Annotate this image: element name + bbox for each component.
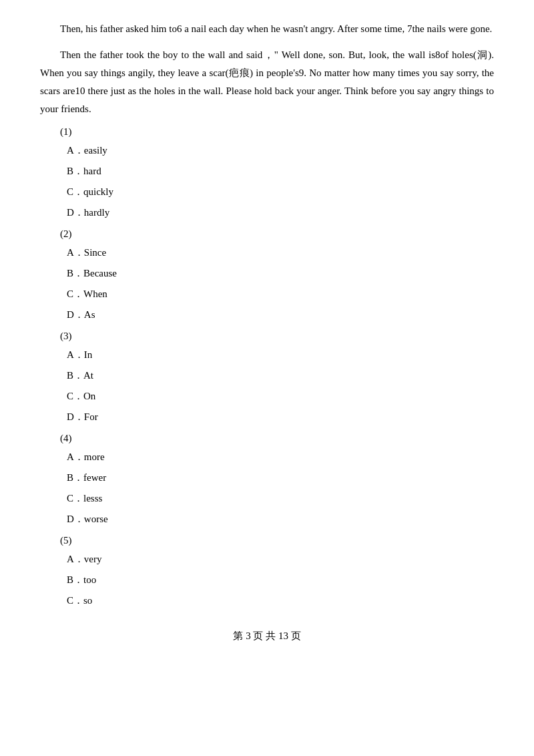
- question-1: (1) A．easily B．hard C．quickly D．hardly: [40, 126, 494, 222]
- option-4c: C．lesss: [67, 490, 494, 508]
- option-1b: B．hard: [67, 162, 494, 180]
- option-2d: D．As: [67, 306, 494, 324]
- page-footer: 第 3 页 共 13 页: [40, 630, 494, 642]
- question-number-1: (1): [60, 126, 494, 138]
- option-3c: C．On: [67, 387, 494, 405]
- option-1a: A．easily: [67, 142, 494, 160]
- option-2b: B．Because: [67, 264, 494, 282]
- option-5b: B．too: [67, 571, 494, 589]
- question-number-2: (2): [60, 228, 494, 240]
- option-4b: B．fewer: [67, 469, 494, 487]
- paragraph-2: Then the father took the boy to the wall…: [40, 46, 494, 118]
- content-area: Then, his father asked him to6 a nail ea…: [40, 20, 494, 642]
- option-4d: D．worse: [67, 510, 494, 528]
- option-5a: A．very: [67, 550, 494, 568]
- option-1c: C．quickly: [67, 183, 494, 201]
- option-3d: D．For: [67, 408, 494, 426]
- option-2c: C．When: [67, 285, 494, 303]
- question-number-5: (5): [60, 535, 494, 546]
- question-4: (4) A．more B．fewer C．lesss D．worse: [40, 433, 494, 528]
- question-3: (3) A．In B．At C．On D．For: [40, 331, 494, 426]
- option-3b: B．At: [67, 367, 494, 385]
- option-3a: A．In: [67, 346, 494, 364]
- option-1d: D．hardly: [67, 204, 494, 222]
- option-5c: C．so: [67, 592, 494, 610]
- paragraph-1: Then, his father asked him to6 a nail ea…: [40, 20, 494, 38]
- question-2: (2) A．Since B．Because C．When D．As: [40, 228, 494, 324]
- question-number-4: (4): [60, 433, 494, 444]
- question-5: (5) A．very B．too C．so: [40, 535, 494, 610]
- option-2a: A．Since: [67, 244, 494, 262]
- option-4a: A．more: [67, 448, 494, 466]
- question-number-3: (3): [60, 331, 494, 342]
